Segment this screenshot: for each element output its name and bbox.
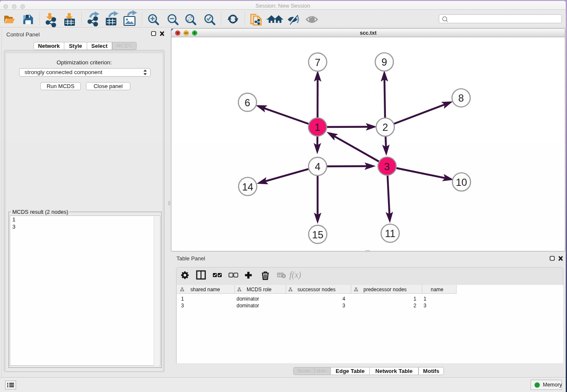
- svg-text:15: 15: [312, 229, 324, 240]
- svg-text:11: 11: [385, 228, 396, 239]
- svg-text:4: 4: [315, 161, 320, 172]
- svg-text:6: 6: [245, 97, 250, 108]
- svg-text:3: 3: [384, 161, 390, 172]
- svg-text:14: 14: [242, 181, 253, 193]
- svg-text:1: 1: [315, 121, 320, 133]
- svg-text:10: 10: [456, 177, 467, 188]
- svg-text:2: 2: [383, 121, 388, 133]
- svg-text:9: 9: [382, 56, 387, 68]
- svg-text:7: 7: [315, 57, 320, 68]
- svg-text:8: 8: [458, 92, 464, 104]
